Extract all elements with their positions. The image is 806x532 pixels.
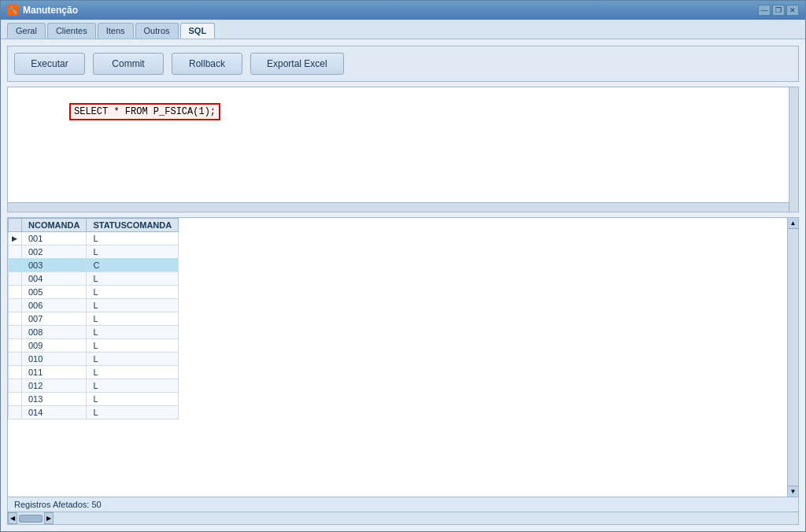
row-indicator <box>9 393 22 406</box>
scroll-right-arrow[interactable]: ▶ <box>44 512 54 524</box>
table-row[interactable]: 008 L <box>9 326 179 339</box>
results-panel: NCOMANDA STATUSCOMANDA ▶ 001 L 002 L 003… <box>7 217 799 525</box>
row-ncomanda: 005 <box>22 286 87 299</box>
sql-editor-scroll[interactable]: SELECT * FROM P_FSICA(1); <box>8 87 798 212</box>
row-ncomanda: 013 <box>22 393 87 406</box>
table-row[interactable]: 014 L <box>9 406 179 419</box>
row-ncomanda: 014 <box>22 406 87 419</box>
tab-sql[interactable]: SQL <box>180 23 216 39</box>
status-text: Registros Afetados: 50 <box>14 500 102 509</box>
scroll-thumb[interactable] <box>19 515 43 523</box>
row-indicator <box>9 286 22 299</box>
row-statuscomanda: L <box>87 272 179 286</box>
col-ncomanda-header: NCOMANDA <box>22 219 87 232</box>
row-indicator <box>9 312 22 326</box>
toolbar-panel: Executar Commit Rollback Exportal Excel <box>7 46 799 82</box>
row-statuscomanda: L <box>87 406 179 419</box>
row-statuscomanda: C <box>87 259 179 272</box>
col-statuscomanda-header: STATUSCOMANDA <box>87 219 179 232</box>
tab-geral[interactable]: Geral <box>7 23 46 39</box>
row-statuscomanda: L <box>87 246 179 259</box>
title-bar-controls: — ❐ ✕ <box>758 5 799 16</box>
sql-highlighted-text[interactable]: SELECT * FROM P_FSICA(1); <box>69 103 220 120</box>
table-row[interactable]: 009 L <box>9 339 179 353</box>
scroll-left-arrow[interactable]: ◀ <box>8 512 17 524</box>
row-ncomanda: 010 <box>22 353 87 366</box>
row-indicator <box>9 259 22 272</box>
table-row[interactable]: 007 L <box>9 312 179 326</box>
close-button[interactable]: ✕ <box>786 5 799 16</box>
window-title: Manutenção <box>23 5 78 16</box>
row-statuscomanda: L <box>87 312 179 326</box>
results-vscrollbar[interactable]: ▲ ▼ <box>787 218 798 497</box>
sql-editor-panel: SELECT * FROM P_FSICA(1); <box>7 87 799 212</box>
tab-outros[interactable]: Outros <box>135 23 179 39</box>
row-indicator <box>9 366 22 379</box>
tab-bar: Geral Clientes Itens Outros SQL <box>1 20 805 39</box>
row-ncomanda: 006 <box>22 299 87 312</box>
row-ncomanda: 004 <box>22 272 87 286</box>
row-ncomanda: 009 <box>22 339 87 353</box>
restore-button[interactable]: ❐ <box>772 5 785 16</box>
table-row[interactable]: 006 L <box>9 299 179 312</box>
row-statuscomanda: L <box>87 339 179 353</box>
results-table: NCOMANDA STATUSCOMANDA ▶ 001 L 002 L 003… <box>8 218 179 419</box>
app-icon: 🔧 <box>7 5 18 16</box>
table-row[interactable]: 005 L <box>9 286 179 299</box>
scroll-up-arrow[interactable]: ▲ <box>788 218 798 229</box>
row-indicator <box>9 246 22 259</box>
row-ncomanda: 003 <box>22 259 87 272</box>
row-indicator <box>9 272 22 286</box>
row-indicator <box>9 299 22 312</box>
row-statuscomanda: L <box>87 393 179 406</box>
row-statuscomanda: L <box>87 232 179 246</box>
row-ncomanda: 002 <box>22 246 87 259</box>
scroll-down-arrow[interactable]: ▼ <box>788 486 798 497</box>
sql-content[interactable]: SELECT * FROM P_FSICA(1); <box>8 87 798 136</box>
title-bar: 🔧 Manutenção — ❐ ✕ <box>1 1 805 20</box>
row-statuscomanda: L <box>87 379 179 393</box>
sql-editor-vscrollbar[interactable] <box>789 87 798 212</box>
row-ncomanda: 012 <box>22 379 87 393</box>
rollback-button[interactable]: Rollback <box>172 53 242 75</box>
table-row[interactable]: 003 C <box>9 259 179 272</box>
row-statuscomanda: L <box>87 366 179 379</box>
row-indicator <box>9 326 22 339</box>
row-indicator <box>9 353 22 366</box>
table-row[interactable]: 011 L <box>9 366 179 379</box>
row-indicator: ▶ <box>9 232 22 246</box>
table-row[interactable]: 002 L <box>9 246 179 259</box>
table-row[interactable]: 004 L <box>9 272 179 286</box>
row-ncomanda: 007 <box>22 312 87 326</box>
table-row[interactable]: ▶ 001 L <box>9 232 179 246</box>
sql-editor-hscrollbar[interactable] <box>8 202 789 212</box>
tab-itens[interactable]: Itens <box>98 23 134 39</box>
title-bar-left: 🔧 Manutenção <box>7 5 78 16</box>
row-statuscomanda: L <box>87 353 179 366</box>
tab-clientes[interactable]: Clientes <box>47 23 96 39</box>
row-statuscomanda: L <box>87 286 179 299</box>
table-row[interactable]: 012 L <box>9 379 179 393</box>
row-ncomanda: 001 <box>22 232 87 246</box>
row-statuscomanda: L <box>87 326 179 339</box>
minimize-button[interactable]: — <box>758 5 771 16</box>
col-indicator-header <box>9 219 22 232</box>
row-indicator <box>9 406 22 419</box>
row-indicator <box>9 339 22 353</box>
main-content: Executar Commit Rollback Exportal Excel … <box>1 39 805 531</box>
row-ncomanda: 011 <box>22 366 87 379</box>
row-statuscomanda: L <box>87 299 179 312</box>
commit-button[interactable]: Commit <box>93 53 164 75</box>
results-hscrollbar[interactable]: ◀ ▶ <box>8 512 798 524</box>
table-row[interactable]: 013 L <box>9 393 179 406</box>
executar-button[interactable]: Executar <box>14 53 85 75</box>
exportar-button[interactable]: Exportal Excel <box>250 53 344 75</box>
table-row[interactable]: 010 L <box>9 353 179 366</box>
main-window: 🔧 Manutenção — ❐ ✕ Geral Clientes Itens … <box>0 0 806 532</box>
row-ncomanda: 008 <box>22 326 87 339</box>
results-table-wrapper[interactable]: NCOMANDA STATUSCOMANDA ▶ 001 L 002 L 003… <box>8 218 787 497</box>
row-indicator <box>9 379 22 393</box>
status-bar: Registros Afetados: 50 <box>8 497 798 512</box>
